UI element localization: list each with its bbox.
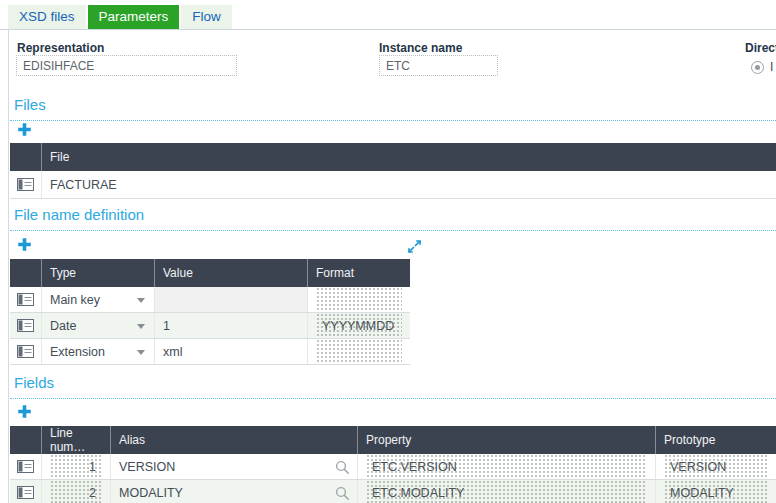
tab-xsd-files[interactable]: XSD files <box>8 5 86 29</box>
record-form-icon <box>17 293 34 306</box>
prototype-readonly: VERSION <box>664 454 768 479</box>
files-table: File FACTURAE <box>10 143 776 199</box>
files-header-file: File <box>42 143 776 171</box>
prototype-cell: VERSION <box>656 454 776 479</box>
row-detail-cell <box>10 480 42 503</box>
expand-arrows-icon <box>407 239 422 254</box>
row-detail-cell <box>10 339 42 364</box>
fields-section-header: Fields <box>10 374 776 399</box>
fields-table: Line num… Alias Property Prototype 1 VER… <box>10 426 776 503</box>
format-readonly <box>316 339 402 364</box>
row-detail-cell <box>10 287 42 312</box>
search-icon[interactable] <box>335 460 350 475</box>
fields-header-prototype: Prototype <box>656 426 776 454</box>
fields-section-title: Fields <box>14 374 54 391</box>
table-row: Main key <box>10 287 410 313</box>
type-select[interactable]: Main key <box>42 287 155 312</box>
record-form-icon <box>17 460 34 473</box>
tab-flow[interactable]: Flow <box>181 5 232 29</box>
row-detail-cell <box>10 171 42 198</box>
alias-value: VERSION <box>119 460 175 474</box>
files-section-title: Files <box>14 96 46 113</box>
fields-table-header: Line num… Alias Property Prototype <box>10 426 776 454</box>
value-cell[interactable]: 1 <box>155 313 308 338</box>
files-add-button[interactable] <box>16 122 32 138</box>
alias-cell[interactable]: VERSION <box>111 454 358 479</box>
instance-name-input[interactable] <box>379 55 498 76</box>
row-detail-cell <box>10 313 42 338</box>
tab-bar: XSD files Parameters Flow <box>8 5 232 29</box>
line-number-readonly: 2 <box>50 480 102 503</box>
fnd-table-header: Type Value Format <box>10 259 410 287</box>
type-select-value: Extension <box>50 345 105 359</box>
prototype-cell: MODALITY <box>656 480 776 503</box>
chevron-down-icon <box>137 298 145 303</box>
prototype-readonly: MODALITY <box>664 480 768 503</box>
alias-value: MODALITY <box>119 486 183 500</box>
fields-header-property: Property <box>358 426 656 454</box>
direction-radio-group: I <box>751 60 773 74</box>
property-cell: ETC.VERSION <box>358 454 656 479</box>
files-table-header: File <box>10 143 776 171</box>
file-name-definition-section-header: File name definition <box>10 206 776 231</box>
line-number-cell: 1 <box>42 454 111 479</box>
format-cell: YYYYMMDD <box>308 313 410 338</box>
row-detail-button[interactable] <box>17 345 34 358</box>
property-cell: ETC.MODALITY <box>358 480 656 503</box>
property-readonly: ETC.VERSION <box>366 454 647 479</box>
parameters-page: XSD files Parameters Flow Representation… <box>0 0 776 503</box>
expand-table-button[interactable] <box>406 239 422 255</box>
file-cell[interactable]: FACTURAE <box>42 171 776 198</box>
line-number-readonly: 1 <box>50 454 102 479</box>
format-readonly: YYYYMMDD <box>316 313 402 338</box>
tab-parameters[interactable]: Parameters <box>88 5 180 29</box>
row-detail-cell <box>10 454 42 479</box>
search-icon[interactable] <box>335 486 350 501</box>
file-name-definition-table: Type Value Format Main key <box>10 259 410 365</box>
row-detail-button[interactable] <box>17 178 34 191</box>
plus-icon <box>17 122 32 137</box>
row-detail-button[interactable] <box>17 460 34 473</box>
files-section-header: Files <box>10 96 776 121</box>
tab-divider <box>0 29 776 30</box>
file-name-definition-section-title: File name definition <box>14 206 144 223</box>
value-cell <box>155 287 308 312</box>
direction-radio-label: I <box>770 60 773 74</box>
fields-header-alias: Alias <box>111 426 358 454</box>
representation-input[interactable] <box>16 55 237 76</box>
fnd-header-icon-col <box>10 259 42 287</box>
direction-radio[interactable] <box>751 61 764 74</box>
chevron-down-icon <box>137 324 145 329</box>
row-detail-button[interactable] <box>17 486 34 499</box>
record-form-icon <box>17 486 34 499</box>
panel-left-border <box>8 30 9 503</box>
row-detail-button[interactable] <box>17 319 34 332</box>
alias-cell[interactable]: MODALITY <box>111 480 358 503</box>
line-number-cell: 2 <box>42 480 111 503</box>
row-detail-button[interactable] <box>17 293 34 306</box>
fields-header-line-number: Line num… <box>42 426 111 454</box>
format-cell <box>308 287 410 312</box>
representation-label: Representation <box>17 41 104 55</box>
fnd-header-format: Format <box>308 259 410 287</box>
value-cell[interactable]: xml <box>155 339 308 364</box>
plus-icon <box>17 404 32 419</box>
fields-add-button[interactable] <box>16 404 32 420</box>
fields-header-icon-col <box>10 426 42 454</box>
chevron-down-icon <box>137 350 145 355</box>
format-cell <box>308 339 410 364</box>
fnd-header-value: Value <box>155 259 308 287</box>
files-header-icon-col <box>10 143 42 171</box>
record-form-icon <box>17 178 34 191</box>
type-select[interactable]: Date <box>42 313 155 338</box>
table-row: Extension xml <box>10 339 410 365</box>
record-form-icon <box>17 319 34 332</box>
table-row: 2 MODALITY ETC.MODALITY MODALITY <box>10 480 776 503</box>
file-name-definition-add-button[interactable] <box>16 237 32 253</box>
table-row: FACTURAE <box>10 171 776 199</box>
fnd-header-type: Type <box>42 259 155 287</box>
instance-name-label: Instance name <box>379 41 462 55</box>
direction-label: Direct <box>745 41 776 55</box>
table-row: 1 VERSION ETC.VERSION VERSION <box>10 454 776 480</box>
type-select[interactable]: Extension <box>42 339 155 364</box>
